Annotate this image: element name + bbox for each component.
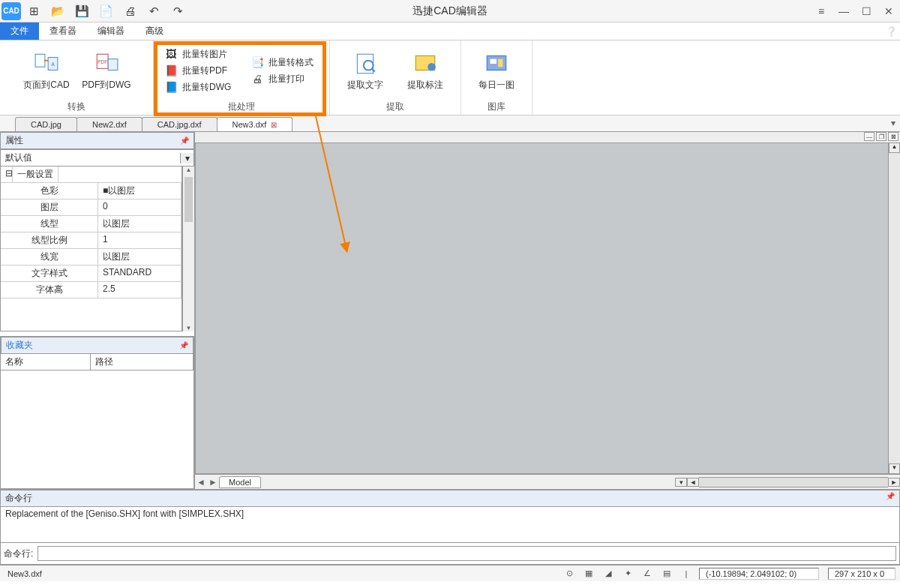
export-pdf-icon[interactable]: 📄 [94,2,117,21]
command-log[interactable]: Replacement of the [Geniso.SHX] font wit… [0,507,900,543]
extract-text-label: 提取文字 [347,79,383,92]
extract-annot-label: 提取标注 [407,79,443,92]
properties-section-label: 一般设置 [13,166,58,182]
batch-to-dwg-button[interactable]: 📘批量转DWG [161,80,234,94]
pin-icon[interactable]: 📌 [180,136,189,145]
property-key: 图层 [1,200,98,215]
property-value[interactable]: 1 [98,232,182,248]
property-value[interactable]: 以图层 [98,249,182,265]
canvas-horizontal-scrollbar[interactable]: ▾ ◄ ► [675,477,900,488]
property-value[interactable]: 0 [98,200,182,215]
doc-tab[interactable]: New2.dxf [76,117,142,131]
properties-selector[interactable]: 默认值 ▾ [0,149,194,166]
menu-advanced[interactable]: 高级 [135,22,174,40]
properties-panel-title: 属性 [5,134,23,147]
pdf-to-dwg-icon: PDF [93,50,120,77]
ribbon-minimize-icon[interactable]: ≡ [810,0,832,22]
pdf-to-dwg-button[interactable]: PDF PDF到DWG [81,50,132,92]
tab-nav-prev-icon[interactable]: ◄ [195,477,207,488]
tabs-dropdown-icon[interactable]: ▾ [891,118,896,128]
snap-icon[interactable]: ⊙ [562,567,576,580]
property-row[interactable]: 字体高2.5 [1,282,182,298]
property-row[interactable]: 色彩■以图层 [1,183,182,200]
help-icon[interactable]: ❔ [882,22,900,40]
maximize-icon[interactable]: ☐ [855,0,878,22]
scroll-left-icon[interactable]: ◄ [687,478,699,487]
menu-bar: 文件 查看器 编辑器 高级 ❔ [0,22,900,40]
ortho-icon[interactable]: ◢ [602,567,615,580]
favorites-panel: 收藏夹 📌 名称 路径 [0,336,194,489]
model-tab[interactable]: Model [219,476,261,488]
dwg-icon: 📘 [164,80,178,94]
canvas-area: — ❐ ⊠ ▲▼ ◄ ► Model ▾ ◄ ► [195,132,900,489]
property-row[interactable]: 文字样式STANDARD [1,266,182,282]
extract-annot-button[interactable]: 提取标注 [400,50,451,92]
favorites-col-path[interactable]: 路径 [91,354,194,370]
new-icon[interactable]: ⊞ [22,2,45,21]
close-icon[interactable]: ✕ [878,0,900,22]
page-to-cad-button[interactable]: A 页面到CAD [21,50,72,92]
canvas-minimize-icon[interactable]: — [864,132,874,141]
properties-section-row[interactable]: ⊟一般设置 [1,166,182,183]
tracking-icon[interactable]: ∠ [640,567,654,580]
daily-image-button[interactable]: 每日一图 [471,50,522,92]
status-coordinates: (-10.19894; 2.049102; 0) [699,568,819,580]
ribbon-extract-label: 提取 [330,100,460,115]
doc-tab-label: New2.dxf [92,120,127,129]
pin-icon[interactable]: 📌 [179,341,188,350]
svg-rect-5 [108,58,118,70]
dropdown-icon[interactable]: ▾ [180,153,194,164]
canvas-vertical-scrollbar[interactable]: ▲▼ [888,142,900,474]
canvas-close-icon[interactable]: ⊠ [888,132,898,141]
redo-icon[interactable]: ↷ [166,2,189,21]
extract-text-button[interactable]: 提取文字 [340,50,391,92]
scroll-dropdown-icon[interactable]: ▾ [675,478,687,487]
tab-nav-next-icon[interactable]: ► [207,477,219,488]
property-row[interactable]: 线型比例1 [1,232,182,249]
minimize-icon[interactable]: — [832,0,855,22]
properties-scrollbar[interactable] [182,166,194,332]
extract-text-icon [352,50,379,77]
status-dimensions: 297 x 210 x 0 [828,568,896,580]
property-value[interactable]: 2.5 [98,282,182,298]
document-tabs: CAD.jpg New2.dxf CAD.jpg.dxf New3.dxf⊠ ▾ [0,116,900,132]
print-icon[interactable]: 🖨 [118,2,141,21]
doc-tab[interactable]: New3.dxf⊠ [217,117,293,131]
menu-file[interactable]: 文件 [0,22,39,40]
favorites-columns: 名称 路径 [1,354,194,370]
favorites-col-name[interactable]: 名称 [1,354,91,370]
property-value[interactable]: 以图层 [98,216,182,232]
property-row[interactable]: 线宽以图层 [1,249,182,266]
pin-icon[interactable]: 📌 [886,492,895,505]
doc-tab[interactable]: CAD.jpg [15,117,77,131]
app-logo-icon[interactable]: CAD [2,2,21,20]
property-row[interactable]: 线型以图层 [1,216,182,232]
layers-icon[interactable]: ▤ [660,567,674,580]
property-value[interactable]: ■以图层 [98,183,182,199]
batch-to-format-button[interactable]: 📑批量转格式 [248,55,316,70]
batch-print-button[interactable]: 🖨批量打印 [248,71,316,86]
osnap-icon[interactable]: ✦ [621,567,634,580]
batch-to-image-button[interactable]: 🖼批量转图片 [161,46,234,62]
save-icon[interactable]: 💾 [70,2,93,21]
favorites-list[interactable] [1,370,194,488]
drawing-canvas[interactable] [195,142,900,474]
svg-rect-0 [35,54,45,67]
status-filename: New3.dxf [4,569,45,578]
menu-viewer[interactable]: 查看器 [39,22,87,40]
menu-editor[interactable]: 编辑器 [87,22,135,40]
doc-tab[interactable]: CAD.jpg.dxf [142,117,218,131]
quick-access-toolbar: CAD ⊞ 📂 💾 📄 🖨 ↶ ↷ [0,2,189,21]
command-input[interactable] [38,546,896,561]
canvas-restore-icon[interactable]: ❐ [876,132,886,141]
grid-icon[interactable]: ▦ [582,567,596,580]
open-icon[interactable]: 📂 [46,2,69,21]
property-value[interactable]: STANDARD [98,266,182,281]
tab-close-icon[interactable]: ⊠ [271,121,277,129]
property-row[interactable]: 图层0 [1,200,182,216]
batch-to-pdf-label: 批量转PDF [182,64,227,77]
undo-icon[interactable]: ↶ [142,2,165,21]
scroll-right-icon[interactable]: ► [888,478,900,487]
canvas-window-controls: — ❐ ⊠ [195,132,900,142]
batch-to-pdf-button[interactable]: 📕批量转PDF [161,63,234,78]
